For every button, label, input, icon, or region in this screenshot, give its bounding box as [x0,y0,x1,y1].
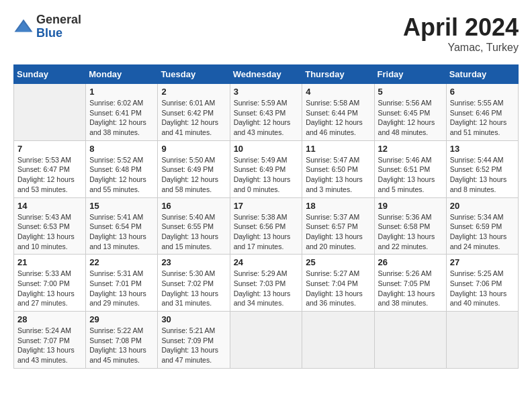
day-info: Sunrise: 5:56 AMSunset: 6:45 PMDaylight:… [378,98,443,138]
calendar-cell: 6Sunrise: 5:55 AMSunset: 6:46 PMDaylight… [446,84,518,141]
day-number: 8 [89,144,154,154]
calendar-cell: 15Sunrise: 5:41 AMSunset: 6:54 PMDayligh… [86,197,158,255]
day-info: Sunrise: 5:43 AMSunset: 6:53 PMDaylight:… [17,212,82,252]
calendar-table: SundayMondayTuesdayWednesdayThursdayFrid… [13,64,519,369]
calendar-cell: 7Sunrise: 5:53 AMSunset: 6:47 PMDaylight… [14,140,86,197]
day-number: 26 [378,257,443,267]
logo-blue-text: Blue [36,27,81,40]
calendar-cell: 14Sunrise: 5:43 AMSunset: 6:53 PMDayligh… [14,197,86,255]
week-row-1: 1Sunrise: 6:02 AMSunset: 6:41 PMDaylight… [14,84,519,141]
calendar-cell: 17Sunrise: 5:38 AMSunset: 6:56 PMDayligh… [230,197,302,255]
day-info: Sunrise: 5:29 AMSunset: 7:03 PMDaylight:… [234,269,299,308]
calendar-cell: 25Sunrise: 5:27 AMSunset: 7:04 PMDayligh… [302,255,374,312]
day-info: Sunrise: 5:30 AMSunset: 7:02 PMDaylight:… [161,269,226,308]
day-number: 25 [306,257,370,267]
calendar-cell [230,312,302,369]
calendar-cell: 20Sunrise: 5:34 AMSunset: 6:59 PMDayligh… [446,197,518,255]
calendar-cell: 22Sunrise: 5:31 AMSunset: 7:01 PMDayligh… [86,255,158,312]
day-number: 3 [234,87,299,97]
day-info: Sunrise: 5:37 AMSunset: 6:57 PMDaylight:… [306,212,370,252]
calendar-cell: 27Sunrise: 5:25 AMSunset: 7:06 PMDayligh… [446,255,518,312]
day-info: Sunrise: 5:53 AMSunset: 6:47 PMDaylight:… [17,155,82,195]
week-row-2: 7Sunrise: 5:53 AMSunset: 6:47 PMDaylight… [14,140,519,197]
day-info: Sunrise: 5:58 AMSunset: 6:44 PMDaylight:… [306,98,370,138]
calendar-cell: 26Sunrise: 5:26 AMSunset: 7:05 PMDayligh… [374,255,446,312]
day-info: Sunrise: 5:44 AMSunset: 6:52 PMDaylight:… [450,155,515,195]
day-info: Sunrise: 5:38 AMSunset: 6:56 PMDaylight:… [234,212,299,252]
day-number: 30 [161,314,226,324]
day-number: 11 [306,144,370,154]
day-info: Sunrise: 5:47 AMSunset: 6:50 PMDaylight:… [306,155,370,195]
day-number: 28 [17,314,82,324]
calendar-cell: 8Sunrise: 5:52 AMSunset: 6:48 PMDaylight… [86,140,158,197]
calendar-cell: 19Sunrise: 5:36 AMSunset: 6:58 PMDayligh… [374,197,446,255]
day-number: 27 [450,257,515,267]
day-header-thursday: Thursday [302,65,374,84]
day-header-wednesday: Wednesday [230,65,302,84]
day-info: Sunrise: 5:34 AMSunset: 6:59 PMDaylight:… [450,212,515,252]
day-number: 16 [161,201,226,211]
calendar-cell: 18Sunrise: 5:37 AMSunset: 6:57 PMDayligh… [302,197,374,255]
day-header-tuesday: Tuesday [158,65,230,84]
day-info: Sunrise: 6:02 AMSunset: 6:41 PMDaylight:… [89,98,154,138]
day-number: 22 [89,257,154,267]
day-number: 17 [234,201,299,211]
day-number: 4 [306,87,370,97]
calendar-cell: 12Sunrise: 5:46 AMSunset: 6:51 PMDayligh… [374,140,446,197]
day-header-friday: Friday [374,65,446,84]
day-number: 2 [161,87,226,97]
day-header-monday: Monday [86,65,158,84]
day-info: Sunrise: 5:41 AMSunset: 6:54 PMDaylight:… [89,212,154,252]
calendar-cell: 5Sunrise: 5:56 AMSunset: 6:45 PMDaylight… [374,84,446,141]
day-info: Sunrise: 5:52 AMSunset: 6:48 PMDaylight:… [89,155,154,195]
day-header-sunday: Sunday [14,65,86,84]
day-info: Sunrise: 5:50 AMSunset: 6:49 PMDaylight:… [161,155,226,195]
day-info: Sunrise: 5:40 AMSunset: 6:55 PMDaylight:… [161,212,226,252]
day-info: Sunrise: 5:22 AMSunset: 7:08 PMDaylight:… [89,326,154,365]
month-title: April 2024 [403,13,519,42]
day-info: Sunrise: 5:27 AMSunset: 7:04 PMDaylight:… [306,269,370,308]
calendar-cell: 2Sunrise: 6:01 AMSunset: 6:42 PMDaylight… [158,84,230,141]
calendar-body: 1Sunrise: 6:02 AMSunset: 6:41 PMDaylight… [14,84,519,369]
day-info: Sunrise: 5:31 AMSunset: 7:01 PMDaylight:… [89,269,154,308]
week-row-3: 14Sunrise: 5:43 AMSunset: 6:53 PMDayligh… [14,197,519,255]
calendar-cell: 29Sunrise: 5:22 AMSunset: 7:08 PMDayligh… [86,312,158,369]
day-number: 13 [450,144,515,154]
day-info: Sunrise: 5:24 AMSunset: 7:07 PMDaylight:… [17,326,82,365]
logo-icon [13,17,34,37]
title-block: April 2024 Yamac, Turkey [403,13,519,54]
header-row: SundayMondayTuesdayWednesdayThursdayFrid… [14,65,519,84]
day-info: Sunrise: 5:59 AMSunset: 6:43 PMDaylight:… [234,98,299,138]
page-header: General Blue April 2024 Yamac, Turkey [13,13,519,54]
day-header-saturday: Saturday [446,65,518,84]
calendar-cell: 9Sunrise: 5:50 AMSunset: 6:49 PMDaylight… [158,140,230,197]
day-number: 6 [450,87,515,97]
day-number: 23 [161,257,226,267]
week-row-4: 21Sunrise: 5:33 AMSunset: 7:00 PMDayligh… [14,255,519,312]
day-number: 15 [89,201,154,211]
calendar-cell: 13Sunrise: 5:44 AMSunset: 6:52 PMDayligh… [446,140,518,197]
day-number: 19 [378,201,443,211]
location-title: Yamac, Turkey [403,42,519,54]
day-number: 5 [378,87,443,97]
day-number: 10 [234,144,299,154]
day-number: 29 [89,314,154,324]
week-row-5: 28Sunrise: 5:24 AMSunset: 7:07 PMDayligh… [14,312,519,369]
day-info: Sunrise: 5:21 AMSunset: 7:09 PMDaylight:… [161,326,226,365]
calendar-cell: 21Sunrise: 5:33 AMSunset: 7:00 PMDayligh… [14,255,86,312]
day-info: Sunrise: 5:33 AMSunset: 7:00 PMDaylight:… [17,269,82,308]
calendar-cell [302,312,374,369]
day-info: Sunrise: 6:01 AMSunset: 6:42 PMDaylight:… [161,98,226,138]
calendar-cell [446,312,518,369]
day-info: Sunrise: 5:36 AMSunset: 6:58 PMDaylight:… [378,212,443,252]
day-info: Sunrise: 5:25 AMSunset: 7:06 PMDaylight:… [450,269,515,308]
calendar-header: SundayMondayTuesdayWednesdayThursdayFrid… [14,65,519,84]
calendar-cell: 1Sunrise: 6:02 AMSunset: 6:41 PMDaylight… [86,84,158,141]
day-info: Sunrise: 5:46 AMSunset: 6:51 PMDaylight:… [378,155,443,195]
calendar-cell: 4Sunrise: 5:58 AMSunset: 6:44 PMDaylight… [302,84,374,141]
calendar-cell [374,312,446,369]
calendar-cell: 28Sunrise: 5:24 AMSunset: 7:07 PMDayligh… [14,312,86,369]
calendar-cell: 10Sunrise: 5:49 AMSunset: 6:49 PMDayligh… [230,140,302,197]
calendar-cell: 24Sunrise: 5:29 AMSunset: 7:03 PMDayligh… [230,255,302,312]
day-number: 24 [234,257,299,267]
